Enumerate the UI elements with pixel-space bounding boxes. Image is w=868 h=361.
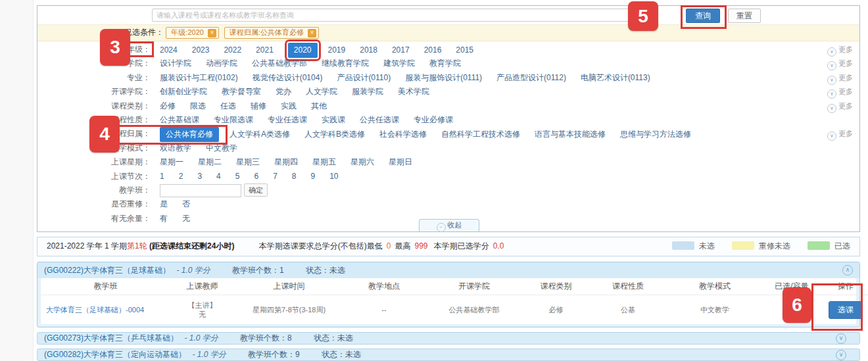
remove-tag-icon[interactable]: × [308, 29, 316, 37]
filter-option[interactable]: 4 [216, 170, 221, 183]
filter-option[interactable]: 2019 [328, 43, 346, 57]
filter-option[interactable]: 电脑艺术设计(0113) [581, 71, 650, 85]
filter-option[interactable]: 实践 [281, 99, 297, 113]
filter-option[interactable]: 公共基础课 [160, 113, 199, 127]
filter-option[interactable]: 限选 [190, 99, 206, 113]
more-link[interactable]: ∨更多 [827, 57, 853, 70]
confirm-button[interactable]: 确定 [244, 183, 268, 197]
filter-label: 教学班： [37, 183, 151, 197]
filter-option[interactable]: 双语教学 [160, 141, 191, 155]
filter-option[interactable]: 产品造型设计(0112) [496, 71, 566, 85]
filter-option[interactable]: 星期一 [160, 155, 183, 169]
filter-option[interactable]: 辅修 [251, 99, 266, 113]
legend-item: 未选 [672, 241, 715, 251]
filter-option[interactable]: 人文学院 [306, 85, 337, 99]
filter-option[interactable]: 教育学院 [429, 57, 461, 70]
filter-option[interactable]: 继续教育学院 [322, 57, 369, 70]
course-group-class-count: 教学班个数：9 [248, 350, 300, 359]
filter-option[interactable]: 实践课 [322, 113, 345, 127]
filter-option[interactable]: 动画学院 [206, 57, 237, 70]
filter-option[interactable]: 公共基础教学部 [252, 57, 307, 70]
filter-row-college: 学院：设计学院动画学院公共基础教学部继续教育学院建筑学院教育学院∨更多 [37, 57, 859, 70]
filter-option[interactable]: 自然科学工程技术选修 [441, 128, 520, 141]
filter-option[interactable]: 2022 [224, 43, 241, 57]
filter-option[interactable]: 星期四 [274, 155, 298, 169]
filter-option[interactable]: 2016 [424, 43, 442, 57]
filter-option[interactable]: 教学督导室 [222, 85, 261, 99]
filter-option[interactable]: 是 [160, 197, 168, 211]
course-group-orienteering[interactable]: (GG00282)大学体育三（定向运动基础） - 1.0 学分 教学班个数：9 … [37, 349, 860, 361]
filter-option[interactable]: 2017 [392, 43, 410, 57]
filter-option[interactable]: 专业任选课 [268, 113, 307, 127]
course-group-header[interactable]: (GG00222)大学体育三（足球基础） - 1.0 学分 教学班个数：1 状态… [37, 262, 859, 278]
filter-option[interactable]: 视觉传达设计(0104) [253, 71, 323, 85]
filter-option[interactable]: 无 [182, 212, 190, 226]
chevron-down-icon[interactable]: ∨ [836, 333, 846, 344]
filter-option[interactable]: 否 [182, 197, 190, 211]
filter-option[interactable]: 2015 [456, 43, 473, 57]
filter-option[interactable]: 2 [179, 170, 183, 183]
filter-option[interactable]: 星期二 [198, 155, 222, 169]
filter-option[interactable]: 2023 [192, 43, 210, 57]
filter-option[interactable]: 党办 [276, 85, 291, 99]
filter-option[interactable]: 2024 [160, 43, 178, 57]
filter-option[interactable]: 创新创业学院 [160, 85, 207, 99]
remove-tag-icon[interactable]: × [208, 29, 216, 37]
legend-swatch [732, 241, 754, 250]
reset-button[interactable]: 重置 [728, 9, 761, 23]
filter-option[interactable]: 2018 [360, 43, 377, 57]
filter-option[interactable]: 社会科学选修 [379, 128, 427, 141]
filter-option[interactable]: 人文学科A类选修 [229, 128, 290, 141]
filter-option[interactable]: 产品设计(0110) [337, 71, 391, 85]
filter-option[interactable]: 星期三 [236, 155, 260, 169]
filter-option[interactable]: 人文学科B类选修 [304, 128, 365, 141]
filter-option[interactable]: 思维与学习方法选修 [620, 128, 691, 141]
left-gutter [0, 0, 34, 361]
filter-option[interactable]: 7 [273, 170, 277, 183]
filter-option[interactable]: 设计学院 [160, 57, 191, 70]
filter-option[interactable]: 9 [311, 170, 316, 183]
filter-option-selected[interactable]: 2020 [288, 43, 318, 58]
more-link[interactable]: ∨更多 [827, 99, 853, 113]
filter-option[interactable]: 中文教学 [206, 141, 237, 155]
chevron-up-icon[interactable]: ∧ [842, 265, 853, 276]
filter-option[interactable]: 星期日 [389, 155, 412, 169]
filter-option[interactable]: 专业限选课 [214, 113, 253, 127]
filter-option[interactable]: 必修 [160, 99, 176, 113]
filter-option[interactable]: 服装设计与工程(0102) [160, 71, 238, 85]
filter-option[interactable]: 8 [292, 170, 297, 183]
search-input[interactable] [152, 9, 640, 22]
filter-option[interactable]: 星期六 [350, 155, 374, 169]
filter-option[interactable]: 专业必修课 [414, 113, 453, 127]
filter-option[interactable]: 美术学院 [398, 85, 429, 99]
filter-option[interactable]: 任选 [220, 99, 236, 113]
collapse-tab[interactable]: −收起 [419, 219, 479, 231]
filter-option[interactable]: 其他 [311, 99, 327, 113]
more-link[interactable]: ∨更多 [827, 43, 853, 57]
filter-option[interactable]: 服装学院 [352, 85, 383, 99]
filter-option-selected[interactable]: 公共体育必修 [160, 127, 219, 142]
teaching-class-input[interactable] [160, 184, 241, 197]
class-name-link[interactable]: 大学体育三（足球基础）-0004 [46, 306, 144, 314]
course-group-pingpong[interactable]: (GG00273)大学体育三（乒乓球基础） - 1.0 学分 教学班个数：8 状… [37, 332, 860, 345]
filter-option[interactable]: 2021 [256, 43, 274, 57]
table-header-cell: 开课学院 [424, 278, 524, 295]
filter-option[interactable]: 语言与基本技能选修 [535, 128, 606, 141]
filter-option[interactable]: 星期五 [312, 155, 336, 169]
more-link[interactable]: ∨更多 [827, 85, 853, 99]
filter-option[interactable]: 服装与服饰设计(0111) [405, 71, 482, 85]
chevron-down-icon[interactable]: ∨ [836, 350, 846, 360]
filter-option[interactable]: 3 [197, 170, 202, 183]
filter-option[interactable]: 6 [254, 170, 258, 183]
legend-item: 重修未选 [732, 241, 790, 251]
filter-option[interactable]: 10 [329, 170, 338, 183]
query-button[interactable]: 查询 [686, 9, 720, 23]
filter-option[interactable]: 5 [235, 170, 240, 183]
more-link[interactable]: ∨更多 [827, 71, 853, 85]
filter-option[interactable]: 建筑学院 [383, 57, 415, 70]
filter-option[interactable]: 公共任选课 [360, 113, 399, 127]
filter-option[interactable]: 有 [160, 212, 168, 226]
select-course-button[interactable]: 选课 [829, 301, 863, 319]
filter-option[interactable]: 1 [160, 170, 164, 183]
more-link[interactable]: ∨更多 [827, 127, 853, 141]
